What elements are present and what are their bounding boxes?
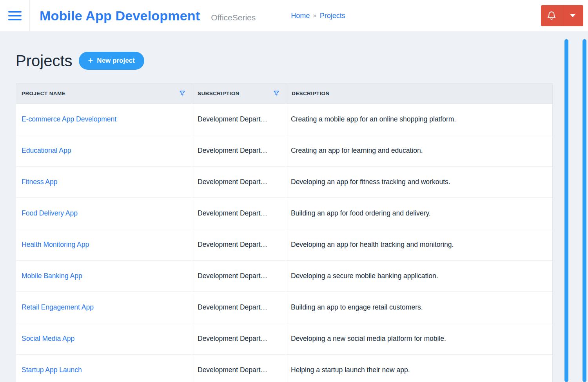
description-cell: Developing an app for fitness tracking a… (286, 167, 552, 197)
new-project-label: New project (97, 57, 134, 65)
project-link[interactable]: Retail Engagement App (22, 303, 94, 311)
projects-table: Project name Subscription Description (16, 83, 553, 382)
page-title: Projects (16, 52, 73, 70)
subscription-cell: Development Depart… (192, 167, 286, 197)
table-row: E-commerce App Development Development D… (16, 103, 552, 135)
description-cell: Building an app to engage retail custome… (286, 292, 552, 323)
column-label: Project name (22, 91, 65, 96)
project-name-cell: Fitness App (16, 167, 192, 197)
menu-button[interactable] (0, 0, 30, 31)
description-cell: Helping a startup launch their new app. (286, 355, 552, 382)
table-row: Startup App Launch Development Depart… H… (16, 354, 552, 382)
breadcrumb-home-link[interactable]: Home (291, 12, 310, 20)
title-area: Mobile App Development OfficeSeries (30, 8, 256, 24)
description-cell: Developing a secure mobile banking appli… (286, 261, 552, 291)
description-cell: Creating an app for learning and educati… (286, 135, 552, 166)
plus-icon: + (88, 56, 93, 65)
table-row: Fitness App Development Depart… Developi… (16, 166, 552, 197)
main-content: Projects + New project Project name Subs… (0, 52, 588, 382)
header-actions (541, 5, 583, 26)
app-root: Mobile App Development OfficeSeries Home… (0, 0, 588, 382)
project-link[interactable]: Social Media App (22, 335, 74, 343)
app-subtitle: OfficeSeries (211, 13, 256, 22)
project-name-cell: Social Media App (16, 323, 192, 354)
project-link[interactable]: Educational App (22, 147, 71, 155)
breadcrumb: Home » Projects (291, 12, 345, 20)
top-header: Mobile App Development OfficeSeries Home… (0, 0, 588, 31)
column-header-project-name: Project name (16, 83, 192, 103)
subscription-cell: Development Depart… (192, 261, 286, 291)
table-header-row: Project name Subscription Description (16, 83, 552, 103)
column-header-subscription: Subscription (192, 83, 286, 103)
filter-icon[interactable] (179, 90, 185, 96)
table-row: Food Delivery App Development Depart… Bu… (16, 197, 552, 229)
project-name-cell: Educational App (16, 135, 192, 166)
hamburger-icon (8, 11, 22, 20)
page-scrollbar[interactable] (583, 39, 586, 382)
project-name-cell: Mobile Banking App (16, 261, 192, 291)
subscription-cell: Development Depart… (192, 104, 286, 135)
subscription-cell: Development Depart… (192, 292, 286, 323)
subscription-cell: Development Depart… (192, 229, 286, 260)
app-title: Mobile App Development (40, 8, 200, 24)
project-name-cell: Startup App Launch (16, 355, 192, 382)
project-name-cell: Food Delivery App (16, 198, 192, 229)
description-cell: Building an app for food ordering and de… (286, 198, 552, 229)
filter-icon[interactable] (273, 90, 279, 96)
subscription-cell: Development Depart… (192, 323, 286, 354)
subscription-cell: Development Depart… (192, 135, 286, 166)
project-link[interactable]: Startup App Launch (22, 366, 82, 374)
description-cell: Developing a new social media platform f… (286, 323, 552, 354)
subscription-cell: Development Depart… (192, 198, 286, 229)
project-link[interactable]: Fitness App (22, 178, 57, 186)
notifications-button[interactable] (541, 5, 562, 26)
project-link[interactable]: Health Monitoring App (22, 241, 89, 249)
table-row: Social Media App Development Depart… Dev… (16, 323, 552, 354)
new-project-button[interactable]: + New project (79, 52, 144, 70)
chevron-down-icon (570, 14, 576, 18)
project-name-cell: Retail Engagement App (16, 292, 192, 323)
table-row: Retail Engagement App Development Depart… (16, 291, 552, 323)
column-label: Description (292, 91, 330, 96)
project-name-cell: E-commerce App Development (16, 104, 192, 135)
project-link[interactable]: Food Delivery App (22, 209, 78, 217)
table-row: Educational App Development Depart… Crea… (16, 135, 552, 166)
column-header-description: Description (286, 83, 552, 103)
table-row: Health Monitoring App Development Depart… (16, 229, 552, 260)
project-name-cell: Health Monitoring App (16, 229, 192, 260)
description-cell: Developing an app for health tracking an… (286, 229, 552, 260)
content-scrollbar[interactable] (564, 39, 568, 382)
description-cell: Creating a mobile app for an online shop… (286, 104, 552, 135)
bell-icon (546, 11, 557, 21)
table-row: Mobile Banking App Development Depart… D… (16, 260, 552, 291)
subscription-cell: Development Depart… (192, 355, 286, 382)
breadcrumb-separator-icon: » (313, 12, 316, 20)
project-link[interactable]: E-commerce App Development (22, 115, 116, 123)
column-label: Subscription (198, 91, 240, 96)
breadcrumb-projects-link[interactable]: Projects (320, 12, 345, 20)
page-head: Projects + New project (16, 52, 572, 70)
account-dropdown-button[interactable] (562, 5, 583, 26)
project-link[interactable]: Mobile Banking App (22, 272, 82, 280)
